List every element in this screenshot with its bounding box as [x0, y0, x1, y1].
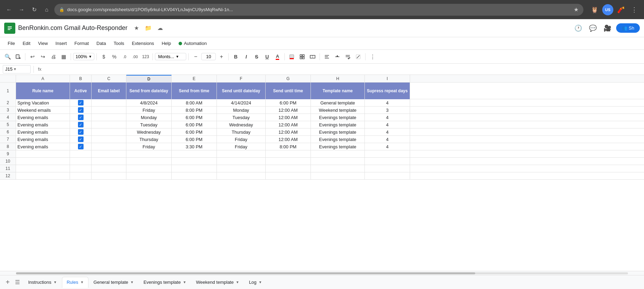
cell-3h[interactable]: Weekend template [311, 107, 365, 114]
tab-dropdown-icon[interactable]: ▼ [80, 280, 84, 284]
undo-button[interactable]: ↩ [28, 52, 37, 62]
cell-2b[interactable]: ✓ [70, 99, 92, 106]
col-header-i[interactable]: I [365, 75, 410, 83]
history-icon[interactable]: 🕐 [572, 22, 584, 34]
cell-9d[interactable] [126, 150, 172, 157]
menu-extensions[interactable]: Extensions [128, 39, 158, 47]
text-wrap-button[interactable] [343, 52, 353, 62]
cell-10i[interactable] [365, 158, 410, 165]
cell-2d[interactable]: 4/8/2024 [126, 99, 172, 106]
cell-10e[interactable] [172, 158, 217, 165]
cell-2c[interactable] [92, 99, 126, 106]
row-num-1[interactable]: 1 [0, 83, 16, 99]
cell-6i[interactable]: 4 [365, 128, 410, 135]
cell-5e[interactable]: 6:00 PM [172, 121, 217, 128]
menu-edit[interactable]: Edit [19, 39, 34, 47]
sheet-tab-rules[interactable]: Rules▼ [62, 277, 88, 288]
cloud-icon[interactable]: ☁ [155, 23, 165, 33]
col-header-c[interactable]: C [92, 75, 126, 83]
cell-5c[interactable] [92, 121, 126, 128]
row-number-6[interactable]: 6 [0, 128, 16, 135]
cell-8f[interactable]: Friday [217, 143, 266, 150]
tab-dropdown-icon[interactable]: ▼ [259, 280, 262, 284]
cell-3i[interactable]: 3 [365, 107, 410, 114]
cell-7g[interactable]: 12:00 AM [266, 136, 311, 143]
cell-1d[interactable]: Send from date/day [126, 83, 172, 99]
cell-2e[interactable]: 8:00 AM [172, 99, 217, 106]
cell-6f[interactable]: Thursday [217, 128, 266, 135]
col-header-e[interactable]: E [172, 75, 217, 83]
cell-6a[interactable]: Evening emails [16, 128, 70, 135]
scrollbar-thumb[interactable] [16, 272, 475, 274]
col-header-g[interactable]: G [266, 75, 311, 83]
zoom-selector[interactable]: 100% ▼ [73, 53, 94, 60]
cell-1b[interactable]: Active [70, 83, 92, 99]
comments-icon[interactable]: 💬 [587, 22, 599, 34]
checkbox-checked[interactable]: ✓ [78, 129, 84, 135]
row-number-3[interactable]: 3 [0, 107, 16, 114]
cell-11a[interactable] [16, 165, 70, 172]
cell-10g[interactable] [266, 158, 311, 165]
tab-dropdown-icon[interactable]: ▼ [183, 280, 186, 284]
cell-6g[interactable]: 12:00 AM [266, 128, 311, 135]
cell-6b[interactable]: ✓ [70, 128, 92, 135]
cell-7a[interactable]: Evening emails [16, 136, 70, 143]
menu-format[interactable]: Format [71, 39, 92, 47]
cell-7d[interactable]: Thursday [126, 136, 172, 143]
checkbox-checked[interactable]: ✓ [78, 144, 84, 149]
cell-4e[interactable]: 6:00 PM [172, 114, 217, 121]
cell-8i[interactable]: 4 [365, 143, 410, 150]
cell-4c[interactable] [92, 114, 126, 121]
cell-10f[interactable] [217, 158, 266, 165]
cell-11g[interactable] [266, 165, 311, 172]
bookmark-star-icon[interactable]: ★ [574, 6, 579, 13]
cell-8b[interactable]: ✓ [70, 143, 92, 150]
merge-button[interactable] [308, 52, 317, 62]
row-number-8[interactable]: 8 [0, 143, 16, 150]
cell-8e[interactable]: 3:30 PM [172, 143, 217, 150]
share-button[interactable]: 👥 Sh [616, 23, 640, 33]
menu-help[interactable]: Help [158, 39, 174, 47]
reload-button[interactable]: ↻ [29, 5, 39, 15]
checkbox-checked[interactable]: ✓ [78, 115, 84, 120]
borders-button[interactable] [297, 52, 307, 62]
search-button[interactable]: 🔍 [3, 52, 13, 62]
cell-11f[interactable] [217, 165, 266, 172]
text-rotate-button[interactable] [353, 52, 363, 62]
tab-dropdown-icon[interactable]: ▼ [130, 280, 134, 284]
cell-1i[interactable]: Supress repeat days [365, 83, 410, 99]
cell-2i[interactable]: 4 [365, 99, 410, 106]
row-number-7[interactable]: 7 [0, 136, 16, 143]
cell-7c[interactable] [92, 136, 126, 143]
cell-6e[interactable]: 6:00 PM [172, 128, 217, 135]
cell-12f[interactable] [217, 172, 266, 179]
cell-11h[interactable] [311, 165, 365, 172]
cell-12b[interactable] [70, 172, 92, 179]
cell-8a[interactable]: Evening emails [16, 143, 70, 150]
format-number-button[interactable]: 123 [141, 52, 150, 62]
col-header-b[interactable]: B [70, 75, 92, 83]
home-button[interactable]: ⌂ [42, 5, 52, 15]
cell-7i[interactable]: 4 [365, 136, 410, 143]
cell-1f[interactable]: Send until date/day [217, 83, 266, 99]
cell-12a[interactable] [16, 172, 70, 179]
cell-10b[interactable] [70, 158, 92, 165]
owl-extension-icon[interactable]: 🦉 [589, 4, 600, 15]
cell-8g[interactable]: 8:00 PM [266, 143, 311, 150]
cell-2h[interactable]: General template [311, 99, 365, 106]
back-button[interactable]: ← [4, 5, 14, 15]
cell-5i[interactable]: 4 [365, 121, 410, 128]
cell-9e[interactable] [172, 150, 217, 157]
cell-3b[interactable]: ✓ [70, 107, 92, 114]
bold-button[interactable]: B [231, 52, 241, 62]
row-number-5[interactable]: 5 [0, 121, 16, 128]
sheet-tab-general-template[interactable]: General template▼ [89, 277, 139, 288]
horizontal-scrollbar[interactable] [0, 271, 644, 275]
cell-12d[interactable] [126, 172, 172, 179]
cell-3d[interactable]: Friday [126, 107, 172, 114]
add-sheet-button[interactable]: + [3, 278, 13, 287]
currency-button[interactable]: $ [99, 52, 109, 62]
sheet-tab-instructions[interactable]: Instructions▼ [24, 277, 61, 288]
cell-11d[interactable] [126, 165, 172, 172]
font-selector[interactable]: Monts... ▼ [155, 53, 186, 60]
